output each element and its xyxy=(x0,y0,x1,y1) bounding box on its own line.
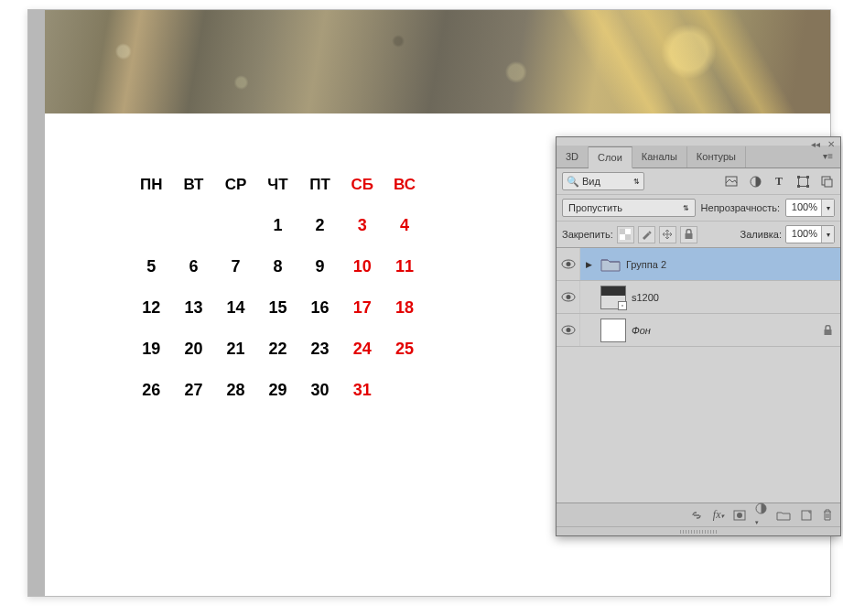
svg-point-21 xyxy=(737,513,742,518)
day-header: ПТ xyxy=(309,176,331,194)
chevron-down-icon[interactable]: ▾ xyxy=(821,226,834,243)
calendar-cell: 9 xyxy=(309,257,331,276)
layer-row-image[interactable]: ▫ s1200 xyxy=(557,281,840,314)
close-icon[interactable]: ✕ xyxy=(827,139,835,149)
calendar-cell: 8 xyxy=(267,257,289,276)
header-photo-band xyxy=(45,10,830,113)
lock-position-button[interactable] xyxy=(659,226,676,243)
calendar-cell: 28 xyxy=(225,381,247,400)
calendar-cell-weekend: 17 xyxy=(351,298,374,318)
fill-label: Заливка: xyxy=(740,229,782,240)
visibility-toggle[interactable] xyxy=(557,314,580,346)
layer-filter-select[interactable]: 🔍 Вид ⇅ xyxy=(562,172,644,190)
svg-rect-11 xyxy=(625,234,631,240)
tab-layers[interactable]: Слои xyxy=(589,146,632,168)
link-layers-icon[interactable] xyxy=(689,511,704,520)
filter-shape-icon[interactable] xyxy=(794,173,811,189)
delete-layer-icon[interactable] xyxy=(822,509,833,521)
lock-label: Закрепить: xyxy=(562,229,613,240)
blend-mode-select[interactable]: Пропустить ⇅ xyxy=(562,199,696,217)
calendar-week-row: 26 27 28 29 30 31 xyxy=(140,381,416,400)
panel-menu-icon[interactable]: ▾≡ xyxy=(816,146,840,168)
fill-value: 100% xyxy=(786,226,821,243)
filter-row: 🔍 Вид ⇅ T xyxy=(557,168,840,195)
new-layer-icon[interactable] xyxy=(800,510,813,521)
layer-row-background[interactable]: Фон xyxy=(557,314,840,347)
visibility-toggle[interactable] xyxy=(557,248,580,280)
calendar-header-row: ПН ВТ СР ЧТ ПТ СБ ВС xyxy=(140,176,416,194)
calendar-cell: 13 xyxy=(183,298,205,318)
layer-style-icon[interactable]: fx▾ xyxy=(713,508,724,522)
calendar-cell: 5 xyxy=(140,257,163,276)
layer-mask-icon[interactable] xyxy=(733,510,746,521)
layer-name: Группа 2 xyxy=(626,259,666,270)
filter-adjustment-icon[interactable] xyxy=(747,173,763,189)
tab-channels[interactable]: Каналы xyxy=(632,146,687,168)
day-header: ВТ xyxy=(183,176,205,194)
chevron-down-icon[interactable]: ▾ xyxy=(821,200,834,216)
calendar-cell-weekend: 10 xyxy=(351,257,374,276)
calendar-cell: 27 xyxy=(183,381,205,400)
filter-pixel-icon[interactable] xyxy=(723,173,740,189)
visibility-toggle[interactable] xyxy=(557,281,580,313)
app-frame: ПН ВТ СР ЧТ ПТ СБ ВС 1 2 3 4 xyxy=(27,9,831,597)
svg-rect-19 xyxy=(825,330,832,335)
layers-panel[interactable]: ◂◂ ✕ 3D Слои Каналы Контуры ▾≡ 🔍 Вид ⇅ T xyxy=(556,136,841,536)
calendar-cell-weekend: 11 xyxy=(394,257,416,276)
calendar-cell: 2 xyxy=(309,216,331,235)
tab-3d[interactable]: 3D xyxy=(557,146,589,168)
lock-transparent-button[interactable] xyxy=(617,226,634,243)
calendar-cell: 15 xyxy=(267,298,289,318)
calendar-cell: 7 xyxy=(225,257,247,276)
folder-icon xyxy=(600,256,621,273)
calendar-cell-weekend xyxy=(394,381,416,400)
fill-input[interactable]: 100% ▾ xyxy=(785,225,835,243)
filter-type-icon[interactable]: T xyxy=(771,173,787,189)
new-group-icon[interactable] xyxy=(776,510,791,521)
lock-fill-row: Закрепить: Заливка: 100% ▾ xyxy=(557,222,840,248)
search-icon: 🔍 xyxy=(567,176,579,188)
calendar-cell-weekend: 25 xyxy=(394,340,416,359)
tab-paths[interactable]: Контуры xyxy=(687,146,746,168)
collapse-icon[interactable]: ◂◂ xyxy=(811,139,820,149)
chevron-updown-icon: ⇅ xyxy=(633,178,640,186)
day-header: ЧТ xyxy=(267,176,289,194)
disclosure-triangle-icon[interactable]: ▶ xyxy=(586,260,595,269)
calendar-grid: ПН ВТ СР ЧТ ПТ СБ ВС 1 2 3 4 xyxy=(120,154,436,422)
panel-footer: fx▾ ▾ xyxy=(557,503,840,526)
filter-label: Вид xyxy=(579,176,633,187)
layers-list: ▶ Группа 2 ▫ s1200 Фон xyxy=(557,248,840,503)
calendar-cell-weekend: 31 xyxy=(351,381,374,400)
svg-rect-5 xyxy=(797,185,800,188)
svg-rect-4 xyxy=(806,176,809,178)
filter-smart-icon[interactable] xyxy=(818,173,835,189)
panel-title-bar[interactable]: ◂◂ ✕ xyxy=(557,137,840,146)
calendar-week-row: 12 13 14 15 16 17 18 xyxy=(140,298,416,318)
calendar-cell-weekend: 18 xyxy=(394,298,416,318)
lock-pixels-button[interactable] xyxy=(638,226,655,243)
adjustment-layer-icon[interactable]: ▾ xyxy=(755,503,767,527)
svg-point-14 xyxy=(566,262,570,266)
day-header: ПН xyxy=(140,176,163,194)
opacity-input[interactable]: 100% ▾ xyxy=(785,199,835,217)
calendar-cell: 21 xyxy=(225,340,247,359)
calendar-week-row: 5 6 7 8 9 10 11 xyxy=(140,257,416,276)
calendar-week-row: 1 2 3 4 xyxy=(140,216,416,235)
resize-grip[interactable] xyxy=(557,526,840,535)
svg-rect-6 xyxy=(806,185,809,188)
calendar-cell: 12 xyxy=(140,298,163,318)
layers-empty-area[interactable] xyxy=(557,347,840,503)
layer-row-group[interactable]: ▶ Группа 2 xyxy=(557,248,840,281)
calendar-cell-weekend: 3 xyxy=(351,216,374,235)
svg-rect-10 xyxy=(620,229,625,234)
svg-rect-12 xyxy=(685,233,692,239)
calendar-cell: 16 xyxy=(309,298,331,318)
lock-all-button[interactable] xyxy=(680,226,697,243)
calendar-cell: 29 xyxy=(267,381,289,400)
blend-opacity-row: Пропустить ⇅ Непрозрачность: 100% ▾ xyxy=(557,195,840,222)
svg-point-16 xyxy=(566,295,570,299)
ruler-vertical xyxy=(28,10,45,596)
layer-thumbnail xyxy=(600,319,626,342)
layer-name: Фон xyxy=(632,325,651,336)
calendar-cell: 6 xyxy=(183,257,205,276)
